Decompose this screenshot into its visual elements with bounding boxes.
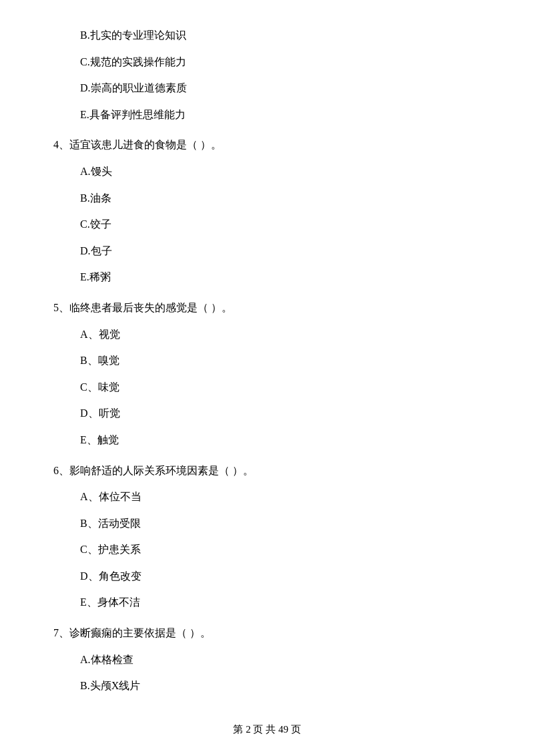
- question-4: 4、适宜该患儿进食的食物是（ ）。 A.馒头 B.油条 C.饺子 D.包子 E.…: [53, 136, 481, 286]
- list-item: C.饺子: [80, 216, 481, 233]
- list-item: A.馒头: [80, 163, 481, 180]
- list-item: D、听觉: [80, 405, 481, 422]
- list-item: A、视觉: [80, 326, 481, 343]
- question-6-options: A、体位不当 B、活动受限 C、护患关系 D、角色改变 E、身体不洁: [80, 488, 481, 611]
- question-7-options: A.体格检查 B.头颅X线片: [80, 651, 481, 695]
- list-item: A、体位不当: [80, 488, 481, 506]
- question-4-title: 4、适宜该患儿进食的食物是（ ）。: [53, 136, 481, 154]
- list-item: C、味觉: [80, 379, 481, 396]
- page-footer: 第 2 页 共 49 页: [0, 723, 534, 736]
- question-5-title: 5、临终患者最后丧失的感觉是（ ）。: [53, 299, 481, 317]
- list-item: E、触觉: [80, 431, 481, 449]
- prev-question-options: B.扎实的专业理论知识 C.规范的实践操作能力 D.崇高的职业道德素质 E.具备…: [80, 27, 481, 123]
- list-item: D、角色改变: [80, 568, 481, 585]
- question-6: 6、影响舒适的人际关系环境因素是（ ）。 A、体位不当 B、活动受限 C、护患关…: [53, 462, 481, 612]
- list-item: A.体格检查: [80, 651, 481, 669]
- list-item: E.稀粥: [80, 268, 481, 286]
- list-item: B.扎实的专业理论知识: [80, 27, 481, 44]
- list-item: E、身体不洁: [80, 594, 481, 611]
- question-5: 5、临终患者最后丧失的感觉是（ ）。 A、视觉 B、嗅觉 C、味觉 D、听觉 E…: [53, 299, 481, 449]
- list-item: C.规范的实践操作能力: [80, 53, 481, 71]
- question-7-title: 7、诊断癫痫的主要依据是（ ）。: [53, 624, 481, 642]
- list-item: D.包子: [80, 242, 481, 260]
- list-item: C、护患关系: [80, 541, 481, 558]
- question-4-options: A.馒头 B.油条 C.饺子 D.包子 E.稀粥: [80, 163, 481, 286]
- list-item: D.崇高的职业道德素质: [80, 79, 481, 97]
- question-6-title: 6、影响舒适的人际关系环境因素是（ ）。: [53, 462, 481, 480]
- question-7: 7、诊断癫痫的主要依据是（ ）。 A.体格检查 B.头颅X线片: [53, 624, 481, 695]
- list-item: B.头颅X线片: [80, 677, 481, 695]
- list-item: E.具备评判性思维能力: [80, 106, 481, 124]
- list-item: B、嗅觉: [80, 352, 481, 369]
- page-content: B.扎实的专业理论知识 C.规范的实践操作能力 D.崇高的职业道德素质 E.具备…: [0, 0, 534, 748]
- list-item: B.油条: [80, 190, 481, 207]
- list-item: B、活动受限: [80, 515, 481, 532]
- question-5-options: A、视觉 B、嗅觉 C、味觉 D、听觉 E、触觉: [80, 326, 481, 449]
